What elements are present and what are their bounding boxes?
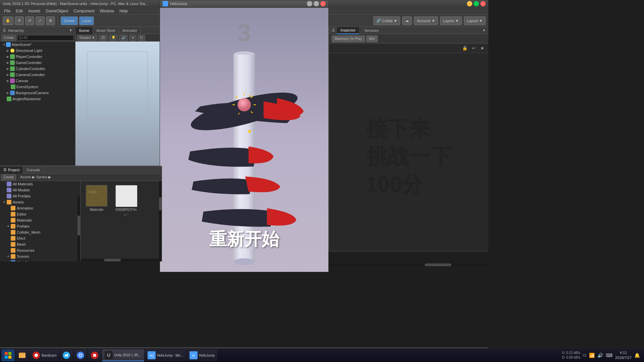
lights-toggle[interactable]: 💡 [109, 35, 118, 41]
svg-point-43 [79, 354, 82, 356]
tool-hand[interactable]: ✋ [3, 16, 13, 25]
effects-toggle[interactable]: ✦ [129, 35, 137, 41]
svg-rect-29 [116, 185, 137, 207]
proj-scenes[interactable]: ▼ Scenes [0, 253, 80, 259]
hierarchy-item-canvas[interactable]: ▶ Canvas [0, 78, 75, 84]
proj-prefabs[interactable]: ▼ Prefabs [0, 223, 80, 229]
proj-assets[interactable]: ▼ Assets [0, 199, 80, 205]
maximize-on-play-btn[interactable]: Maximize On Play [332, 36, 365, 42]
project-create-btn[interactable]: Create [1, 174, 16, 180]
scene-tab[interactable]: Scene [75, 27, 93, 34]
start-button[interactable] [1, 349, 15, 361]
menu-file[interactable]: File [1, 8, 13, 14]
minimize-button[interactable]: − [467, 1, 472, 6]
project-sidebar-scrollbar[interactable] [77, 196, 80, 261]
taskbar-bandicam[interactable]: Bandicam [30, 349, 59, 361]
hierarchy-item-background-camera[interactable]: ▶ BackgroundCamera [0, 90, 75, 96]
notification-icon[interactable]: 🔔 [634, 353, 640, 358]
prefabs-icon [11, 224, 15, 229]
proj-animation[interactable]: Animation [0, 205, 80, 211]
hierarchy-item-cylinder-controller[interactable]: ▶ CylinderController [0, 66, 75, 72]
menu-help[interactable]: Help [117, 8, 130, 14]
hierarchy-item-angles-randomer[interactable]: AnglesRandomer [0, 96, 75, 102]
game-window[interactable]: 3 [160, 7, 329, 272]
file-grid-hscrollbar[interactable] [80, 259, 159, 261]
volume-icon[interactable]: 🔊 [597, 353, 603, 358]
sound-toggle[interactable]: 🔊 [119, 35, 128, 41]
game-close[interactable]: × [320, 1, 326, 6]
animator-tab[interactable]: Animator [119, 27, 141, 34]
gizmos-toggle[interactable]: G [138, 35, 145, 41]
collab-button[interactable]: 🔗 Collab ▼ [373, 16, 400, 25]
file-grid-scrollbar[interactable] [159, 181, 162, 261]
game-maximize[interactable]: □ [314, 1, 319, 6]
layout-button[interactable]: Layout ▼ [464, 16, 486, 25]
proj-collider-mesh[interactable]: Collider_Mesh [0, 229, 80, 235]
asset-store-tab[interactable]: Asset Store [93, 27, 119, 34]
all-models-icon [7, 188, 11, 192]
taskbar-telegram[interactable] [60, 349, 73, 361]
menu-edit[interactable]: Edit [13, 8, 25, 14]
hierarchy-item-directional-light[interactable]: ▶ Directional Light [0, 48, 75, 54]
hierarchy-create-btn[interactable]: Create [1, 35, 16, 41]
shaded-dropdown[interactable]: Shaded ▼ [77, 35, 97, 41]
proj-all-prefabs[interactable]: All Prefabs [0, 193, 80, 199]
tool-scale[interactable]: ⤢ [36, 16, 45, 25]
menu-assets[interactable]: Assets [25, 8, 43, 14]
hierarchy-item-player-controller[interactable]: ▶ PlayerController [0, 54, 75, 60]
menu-component[interactable]: Component [71, 8, 97, 14]
favorite-icon[interactable]: ★ [479, 45, 486, 52]
history-icon[interactable]: ↩ [470, 45, 477, 52]
maximize-button[interactable]: □ [474, 1, 479, 6]
account-button[interactable]: Account ▼ [414, 16, 438, 25]
services-tab[interactable]: Services [361, 27, 382, 34]
proj-mesh[interactable]: Mesh [0, 241, 80, 247]
unity-window-controls[interactable]: − □ × [467, 1, 486, 6]
taskbar-record[interactable] [88, 349, 101, 361]
proj-editor[interactable]: Editor [0, 211, 80, 217]
lock-icon[interactable]: 🔒 [462, 45, 468, 52]
hierarchy-item-event-system[interactable]: EventSystem [0, 84, 75, 90]
tool-rect[interactable]: ⊕ [46, 16, 55, 25]
scene-view[interactable]: Shaded ▼ 2D 💡 🔊 ✦ G [75, 34, 161, 166]
cloud-button[interactable]: ☁ [402, 16, 412, 25]
hierarchy-search[interactable] [17, 35, 74, 41]
asset-image[interactable]: 93558PICFVn_... [113, 184, 140, 259]
proj-mainscene[interactable]: MainScene [0, 259, 80, 261]
taskbar-unity-1[interactable]: U Unity 2018.1.3f1... [102, 349, 144, 361]
asset-materials[interactable]: Materials [83, 184, 110, 259]
hierarchy-item-game-controller[interactable]: ▶ GameController [0, 60, 75, 66]
project-sidebar: All Materials All Models All Prefabs ▼ A… [0, 181, 80, 261]
close-button[interactable]: × [480, 1, 486, 6]
local-button[interactable]: Local [79, 16, 94, 25]
tool-rotate[interactable]: ↺ [25, 16, 34, 25]
game-minimize[interactable]: − [307, 1, 312, 6]
inspector-options[interactable]: ▼ [482, 28, 486, 32]
taskbar-file-manager[interactable] [15, 349, 29, 361]
proj-all-models[interactable]: All Models [0, 187, 80, 193]
proj-materials[interactable]: Materials [0, 217, 80, 223]
proj-efect[interactable]: Efect [0, 235, 80, 241]
2d-toggle[interactable]: 2D [99, 35, 108, 41]
proj-resources[interactable]: Resources [0, 247, 80, 253]
mute-btn[interactable]: Mut [366, 36, 378, 42]
inspector-tab[interactable]: Inspector [337, 27, 359, 34]
layers-button[interactable]: Layers ▼ [440, 16, 462, 25]
taskbar-chrome[interactable] [74, 349, 87, 361]
hierarchy-item-camera-controller[interactable]: ▶ CameraController [0, 72, 75, 78]
keyboard-icon[interactable]: ⌨ [606, 353, 612, 358]
taskbar-helixjump-mic[interactable]: HJ HelixJump - Mic... [145, 349, 186, 361]
project-tab[interactable]: ☰ Project [0, 166, 23, 174]
console-tab[interactable]: Console [23, 166, 44, 174]
system-clock[interactable]: 4:11 2018/7/27 [615, 350, 632, 361]
inspector-scrollbar[interactable] [329, 263, 488, 266]
hierarchy-collapse[interactable]: ▼ [69, 28, 72, 32]
menu-gameobject[interactable]: GameObject [43, 8, 71, 14]
proj-all-materials[interactable]: All Materials [0, 181, 80, 187]
taskbar-helixjump-game[interactable]: H HelixJump [187, 349, 217, 361]
menu-window[interactable]: Window [97, 8, 117, 14]
tool-move[interactable]: ✛ [15, 16, 24, 25]
hierarchy-item-mainscene[interactable]: ▼ MainScene* [0, 42, 75, 48]
network-icon[interactable]: 📶 [589, 353, 595, 358]
center-button[interactable]: Center [61, 16, 78, 25]
